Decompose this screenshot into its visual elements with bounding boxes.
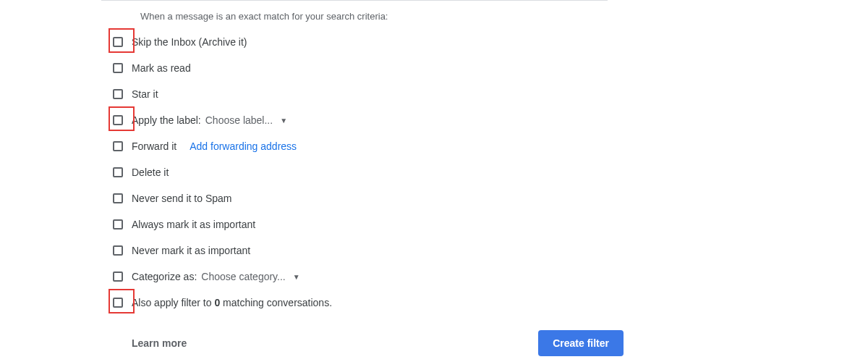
checkbox-delete[interactable] xyxy=(113,167,123,177)
label-mark-read: Mark as read xyxy=(132,62,191,74)
checkbox-mark-read[interactable] xyxy=(113,63,123,73)
option-star: Star it xyxy=(101,87,868,101)
option-never-spam: Never send it to Spam xyxy=(101,191,868,206)
also-apply-prefix: Also apply filter to xyxy=(132,297,214,308)
option-categorize: Categorize as: Choose category... ▼ xyxy=(101,269,868,284)
label-never-spam: Never send it to Spam xyxy=(132,193,232,204)
also-apply-suffix: matching conversations. xyxy=(220,297,332,308)
caret-down-icon: ▼ xyxy=(280,117,287,125)
caret-down-icon: ▼ xyxy=(293,273,300,281)
footer: Learn more Create filter xyxy=(132,330,624,356)
label-delete: Delete it xyxy=(132,167,169,178)
label-star: Star it xyxy=(132,88,158,100)
option-apply-label: Apply the label: Choose label... ▼ xyxy=(101,113,868,127)
dropdown-label[interactable]: Choose label... ▼ xyxy=(205,114,287,126)
label-never-important: Never mark it as important xyxy=(132,245,250,256)
add-forwarding-link[interactable]: Add forwarding address xyxy=(190,140,297,152)
label-skip-inbox: Skip the Inbox (Archive it) xyxy=(132,36,247,48)
option-skip-inbox: Skip the Inbox (Archive it) xyxy=(101,35,868,49)
checkbox-never-important[interactable] xyxy=(113,245,123,256)
checkbox-never-spam[interactable] xyxy=(113,193,123,203)
label-forward: Forward it xyxy=(132,140,176,152)
checkbox-skip-inbox[interactable] xyxy=(113,37,123,47)
option-also-apply: Also apply filter to 0 matching conversa… xyxy=(101,295,868,310)
dropdown-category-text: Choose category... xyxy=(201,271,285,282)
checkbox-star[interactable] xyxy=(113,89,123,99)
checkbox-forward[interactable] xyxy=(113,141,123,151)
learn-more-link[interactable]: Learn more xyxy=(132,337,187,349)
option-mark-read: Mark as read xyxy=(101,61,868,75)
checkbox-apply-label[interactable] xyxy=(113,115,123,125)
option-delete: Delete it xyxy=(101,165,868,180)
option-always-important: Always mark it as important xyxy=(101,217,868,232)
option-forward: Forward it Add forwarding address xyxy=(101,139,868,153)
checkbox-always-important[interactable] xyxy=(113,219,123,230)
filter-header: When a message is an exact match for you… xyxy=(140,11,868,22)
dropdown-category[interactable]: Choose category... ▼ xyxy=(201,271,299,282)
checkbox-categorize[interactable] xyxy=(113,272,123,282)
checkbox-also-apply[interactable] xyxy=(113,298,123,308)
option-never-important: Never mark it as important xyxy=(101,243,868,258)
dropdown-label-text: Choose label... xyxy=(205,114,273,126)
label-also-apply: Also apply filter to 0 matching conversa… xyxy=(132,297,332,308)
label-apply-label: Apply the label: xyxy=(132,114,201,126)
create-filter-button[interactable]: Create filter xyxy=(538,330,624,356)
label-always-important: Always mark it as important xyxy=(132,219,255,230)
label-categorize: Categorize as: xyxy=(132,271,197,282)
